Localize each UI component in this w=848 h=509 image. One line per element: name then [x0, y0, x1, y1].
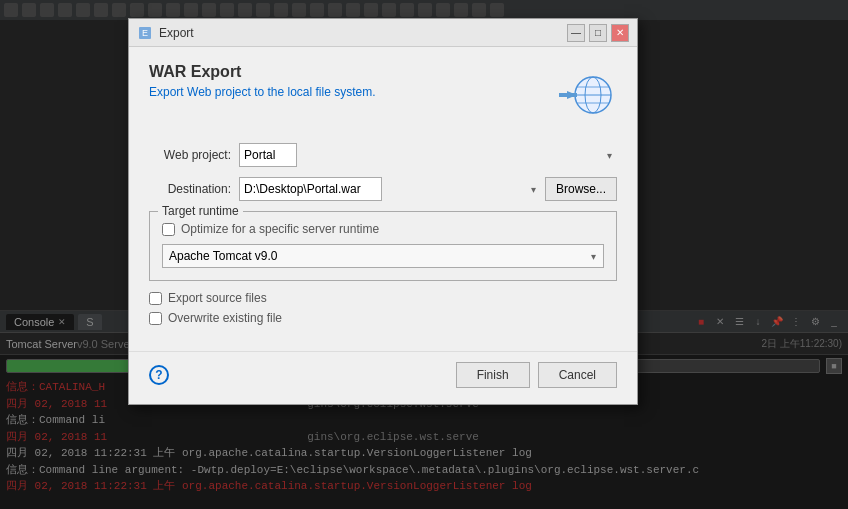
web-project-row: Web project: Portal — [149, 143, 617, 167]
destination-label: Destination: — [149, 182, 239, 196]
runtime-select-wrapper: Apache Tomcat v9.0 — [162, 244, 604, 268]
overwrite-label: Overwrite existing file — [168, 311, 282, 325]
dialog-header-text: WAR Export Export Web project to the loc… — [149, 63, 543, 99]
dialog-title-text: Export — [159, 26, 567, 40]
overwrite-checkbox[interactable] — [149, 312, 162, 325]
destination-select-wrapper: D:\Desktop\Portal.war — [239, 177, 541, 201]
dialog-content: WAR Export Export Web project to the loc… — [129, 47, 637, 347]
dialog-title-buttons: — □ ✕ — [567, 24, 629, 42]
svg-rect-8 — [559, 93, 577, 97]
optimize-checkbox[interactable] — [162, 223, 175, 236]
runtime-select[interactable]: Apache Tomcat v9.0 — [162, 244, 604, 268]
export-source-row: Export source files — [149, 291, 617, 305]
browse-button[interactable]: Browse... — [545, 177, 617, 201]
web-project-select-wrapper: Portal — [239, 143, 617, 167]
extra-checkboxes: Export source files Overwrite existing f… — [149, 291, 617, 325]
help-button[interactable]: ? — [149, 365, 169, 385]
dialog-header: WAR Export Export Web project to the loc… — [149, 63, 617, 127]
overwrite-row: Overwrite existing file — [149, 311, 617, 325]
dialog-titlebar: E Export — □ ✕ — [129, 19, 637, 47]
restore-button[interactable]: □ — [589, 24, 607, 42]
dialog-icon — [553, 63, 617, 127]
export-dialog: E Export — □ ✕ WAR Export Export Web pro… — [128, 18, 638, 405]
export-source-label: Export source files — [168, 291, 267, 305]
dialog-main-title: WAR Export — [149, 63, 543, 81]
dialog-footer: ? Finish Cancel — [129, 351, 637, 404]
target-runtime-group: Target runtime Optimize for a specific s… — [149, 211, 617, 281]
optimize-checkbox-row: Optimize for a specific server runtime — [162, 222, 604, 236]
group-box-legend: Target runtime — [158, 204, 243, 218]
destination-input-group: D:\Desktop\Portal.war Browse... — [239, 177, 617, 201]
dialog-title-icon: E — [137, 25, 153, 41]
optimize-label: Optimize for a specific server runtime — [181, 222, 379, 236]
finish-button[interactable]: Finish — [456, 362, 530, 388]
svg-text:E: E — [142, 28, 148, 38]
cancel-button[interactable]: Cancel — [538, 362, 617, 388]
web-project-label: Web project: — [149, 148, 239, 162]
export-source-checkbox[interactable] — [149, 292, 162, 305]
dialog-subtitle: Export Web project to the local file sys… — [149, 85, 543, 99]
destination-row: Destination: D:\Desktop\Portal.war Brows… — [149, 177, 617, 201]
minimize-button[interactable]: — — [567, 24, 585, 42]
close-button[interactable]: ✕ — [611, 24, 629, 42]
web-project-select[interactable]: Portal — [239, 143, 297, 167]
destination-select[interactable]: D:\Desktop\Portal.war — [239, 177, 382, 201]
